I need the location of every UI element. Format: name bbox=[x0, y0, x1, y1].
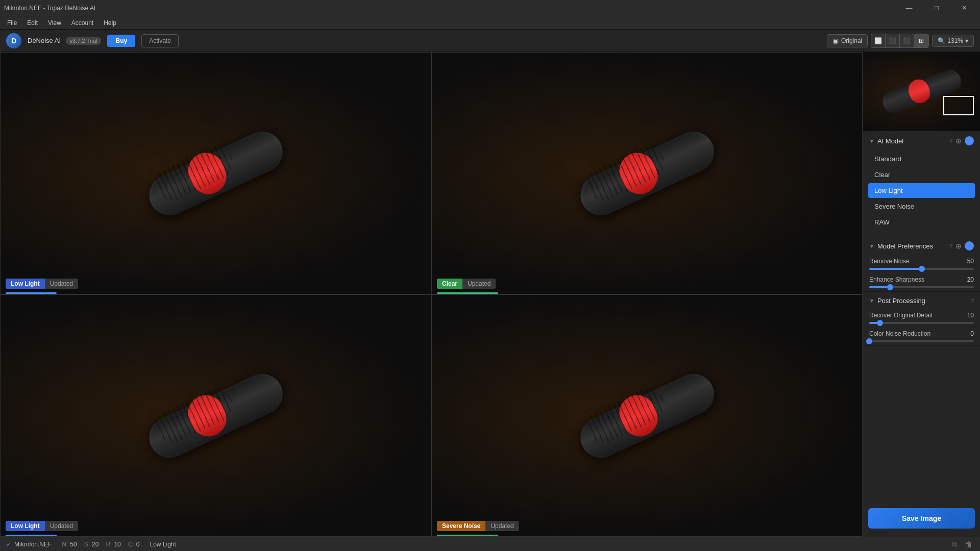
recover-detail-thumb[interactable] bbox=[877, 320, 883, 326]
model-pref-pin-icon[interactable]: ⊕ bbox=[955, 242, 962, 250]
close-button[interactable]: ✕ bbox=[952, 1, 976, 15]
post-proc-help-icon[interactable]: ? bbox=[971, 298, 974, 304]
post-proc-header[interactable]: ▼ Post Processing ? bbox=[863, 292, 980, 309]
status-s-value: 20 bbox=[92, 541, 99, 548]
post-proc-title: Post Processing bbox=[877, 297, 968, 305]
panel-status-tr: Updated bbox=[462, 279, 496, 289]
enhance-sharpness-thumb[interactable] bbox=[887, 284, 893, 290]
recover-detail-slider[interactable] bbox=[869, 322, 974, 324]
menu-help[interactable]: Help bbox=[99, 18, 121, 28]
panel-status-bl: Updated bbox=[45, 521, 78, 531]
panel-bar-bl bbox=[6, 535, 57, 536]
status-c: C: 0 bbox=[128, 541, 140, 548]
panel-model-bl: Low Light bbox=[6, 521, 45, 531]
panel-status-tl: Updated bbox=[45, 279, 78, 289]
menu-file[interactable]: File bbox=[2, 18, 22, 28]
model-clear[interactable]: Clear bbox=[868, 167, 975, 182]
zoom-crosshair: − + bbox=[431, 167, 432, 180]
app-logo: D bbox=[6, 33, 21, 48]
minimize-button[interactable]: — bbox=[897, 1, 921, 15]
menu-view[interactable]: View bbox=[43, 18, 66, 28]
model-raw[interactable]: RAW bbox=[868, 215, 975, 230]
model-pref-toggle[interactable] bbox=[965, 241, 974, 251]
toolbar: D DeNoise AI v3.7.2 Trial Buy Activate ◉… bbox=[0, 30, 980, 52]
panel-bar-br bbox=[437, 535, 498, 536]
panel-label-br: Severe Noise Updated bbox=[437, 521, 519, 531]
view-split-v-button[interactable]: ⬛ bbox=[900, 34, 914, 47]
view-quad-button[interactable]: ⊞ bbox=[914, 34, 928, 47]
panel-top-left[interactable]: Low Light Updated bbox=[0, 52, 431, 294]
panel-bar-tr bbox=[437, 292, 498, 294]
panel-bar-tl bbox=[6, 292, 57, 294]
ai-model-section: ▼ AI Model ? ⊕ Standard Clear Low Light … bbox=[863, 131, 980, 236]
panel-bottom-left[interactable]: Low Light Updated bbox=[0, 294, 431, 537]
window-controls: — □ ✕ bbox=[897, 1, 976, 15]
remove-noise-fill bbox=[869, 268, 922, 270]
main-area: Low Light Updated Clear Updated − + bbox=[0, 52, 980, 537]
status-params: N: 50 S: 20 R: 10 C: 0 bbox=[62, 541, 139, 548]
menu-edit[interactable]: Edit bbox=[22, 18, 43, 28]
panel-model-br: Severe Noise bbox=[437, 521, 485, 531]
menu-account[interactable]: Account bbox=[66, 18, 99, 28]
status-r-value: 10 bbox=[114, 541, 120, 548]
status-delete-button[interactable]: 🗑 bbox=[964, 539, 974, 549]
remove-noise-slider[interactable] bbox=[869, 268, 974, 270]
model-preferences-section: ▼ Model Preferences ? ⊕ Remove Noise 50 bbox=[863, 236, 980, 292]
remove-noise-row: Remove Noise 50 bbox=[863, 255, 980, 273]
panel-status-br: Updated bbox=[485, 521, 519, 531]
model-pref-title: Model Preferences bbox=[877, 242, 946, 250]
zoom-in-button[interactable]: + bbox=[431, 167, 432, 180]
view-controls: ◉ Original ⬜ ⬛ ⬛ ⊞ 🔍 131% ▾ bbox=[827, 34, 974, 48]
panel-top-right[interactable]: Clear Updated − + bbox=[431, 52, 863, 294]
remove-noise-label: Remove Noise bbox=[869, 258, 910, 265]
status-s: S: 20 bbox=[84, 541, 99, 548]
save-image-button[interactable]: Save Image bbox=[868, 508, 975, 529]
status-r: R: 10 bbox=[106, 541, 120, 548]
model-low-light[interactable]: Low Light bbox=[868, 183, 975, 198]
recover-detail-label: Recover Original Detail bbox=[869, 312, 932, 319]
color-noise-label-row: Color Noise Reduction 0 bbox=[869, 330, 974, 337]
panel-bottom-right[interactable]: Severe Noise Updated bbox=[431, 294, 863, 537]
statusbar: ✓ Mikrofon.NEF N: 50 S: 20 R: 10 C: 0 Lo… bbox=[0, 537, 980, 551]
app-name: DeNoise AI v3.7.2 Trial bbox=[28, 37, 101, 44]
status-copy-button[interactable]: ⧉ bbox=[949, 539, 960, 549]
view-single-button[interactable]: ⬜ bbox=[871, 34, 886, 47]
model-severe-noise[interactable]: Severe Noise bbox=[868, 199, 975, 214]
enhance-sharpness-slider[interactable] bbox=[869, 286, 974, 288]
color-noise-thumb[interactable] bbox=[866, 338, 872, 344]
color-noise-row: Color Noise Reduction 0 bbox=[863, 327, 980, 345]
zoom-icon: 🔍 bbox=[938, 37, 945, 44]
color-noise-value: 0 bbox=[970, 330, 974, 337]
model-pref-chevron-icon: ▼ bbox=[869, 243, 874, 249]
ai-model-help-icon[interactable]: ? bbox=[949, 138, 952, 144]
remove-noise-thumb[interactable] bbox=[919, 266, 925, 272]
status-n-value: 50 bbox=[70, 541, 77, 548]
status-check-icon: ✓ bbox=[6, 541, 11, 548]
recover-detail-row: Recover Original Detail 10 bbox=[863, 309, 980, 327]
maximize-button[interactable]: □ bbox=[925, 1, 948, 15]
model-pref-header[interactable]: ▼ Model Preferences ? ⊕ bbox=[863, 236, 980, 255]
post-proc-chevron-icon: ▼ bbox=[869, 298, 874, 304]
status-filename: Mikrofon.NEF bbox=[14, 541, 52, 548]
ai-model-header[interactable]: ▼ AI Model ? ⊕ bbox=[863, 131, 980, 149]
zoom-control[interactable]: 🔍 131% ▾ bbox=[932, 35, 974, 47]
color-noise-slider[interactable] bbox=[869, 340, 974, 342]
color-noise-label: Color Noise Reduction bbox=[869, 330, 930, 337]
panel-label-tr: Clear Updated bbox=[437, 279, 496, 289]
original-button[interactable]: ◉ Original bbox=[827, 34, 868, 47]
buy-button[interactable]: Buy bbox=[107, 35, 135, 47]
status-icons: ⧉ 🗑 bbox=[949, 539, 974, 549]
ai-model-pin-icon[interactable]: ⊕ bbox=[955, 137, 962, 145]
view-split-h-button[interactable]: ⬛ bbox=[886, 34, 900, 47]
model-standard[interactable]: Standard bbox=[868, 152, 975, 166]
enhance-sharpness-label-row: Enhance Sharpness 20 bbox=[869, 276, 974, 283]
panel-model-tr: Clear bbox=[437, 279, 462, 289]
ai-model-toggle[interactable] bbox=[965, 136, 974, 145]
zoom-chevron-icon: ▾ bbox=[965, 37, 968, 44]
status-model: Low Light bbox=[150, 541, 176, 548]
remove-noise-label-row: Remove Noise 50 bbox=[869, 258, 974, 265]
activate-button[interactable]: Activate bbox=[141, 34, 179, 47]
model-pref-help-icon[interactable]: ? bbox=[949, 243, 952, 249]
thumbnail-preview bbox=[863, 52, 980, 131]
recover-detail-value: 10 bbox=[967, 312, 974, 319]
